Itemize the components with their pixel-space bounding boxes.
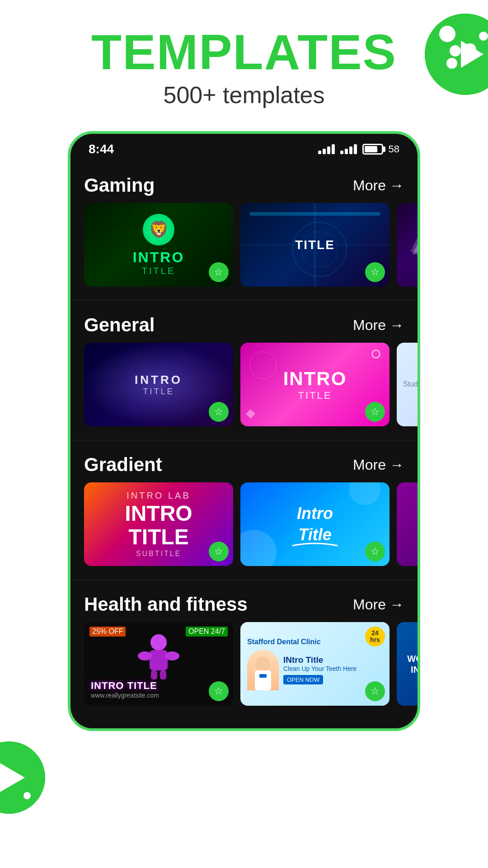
battery-fill [365, 146, 378, 152]
svg-rect-11 [150, 650, 168, 670]
phone-mockup: 8:44 58 Gamin [68, 131, 420, 731]
gaming-more-label: More [353, 177, 386, 194]
gradient-more-button[interactable]: More → [353, 457, 404, 473]
gradient-divider [70, 580, 418, 580]
health-2-subtitle: Clean Up Your Teeth Here [283, 665, 357, 672]
general-section-title: General [84, 314, 155, 336]
gaming-arrow-icon: → [389, 177, 404, 194]
page-title: TEMPLATES [18, 27, 470, 77]
general-2-intro: INTRO [283, 368, 347, 390]
health-1-website: www.reallygreatsite.com [91, 692, 226, 699]
general-template-3-partial[interactable]: Study Zone [397, 343, 418, 426]
gradient-more-label: More [353, 457, 386, 473]
status-right: 58 [318, 143, 399, 155]
gradient-2-star-badge[interactable]: ☆ [365, 542, 385, 561]
health-2-title: INtro Title [283, 655, 357, 665]
svg-rect-17 [255, 670, 271, 690]
general-template-2[interactable]: INTRO TITLE ☆ [240, 343, 389, 426]
health-template-1[interactable]: 25% OFF OPEN 24/7 INTRO TITLE [84, 622, 233, 706]
general-2-title: TITLE [298, 390, 332, 401]
health-section-header: Health and fitness More → [70, 585, 418, 622]
health-2-text-block: INtro Title Clean Up Your Teeth Here OPE… [283, 655, 357, 684]
general-template-1[interactable]: INTRO TITLE ☆ [84, 343, 233, 426]
gradient-template-2[interactable]: Intro Title ☆ [240, 482, 389, 566]
health-1-intro-title: INTRO TITLE [91, 680, 226, 692]
general-2-deco-diamond [246, 409, 255, 419]
svg-rect-15 [160, 670, 166, 679]
general-1-intro: INTRO [135, 373, 183, 387]
gradient-template-1[interactable]: INTRO LAB INTRO TITLE SUBTITLE ☆ [84, 482, 233, 566]
health-section-title: Health and fitness [84, 594, 248, 615]
deco-ball-top-right [425, 14, 488, 95]
gradient-1-lab: INTRO LAB [127, 491, 191, 501]
health-1-bottom-text: INTRO TITLE www.reallygreatsite.com [91, 680, 226, 699]
general-more-label: More [353, 317, 386, 334]
deco-ball-bottom-left [0, 741, 45, 814]
svg-point-13 [165, 651, 179, 660]
gradient-arrow-icon: → [389, 457, 404, 473]
page-subtitle: 500+ templates [18, 81, 470, 108]
signal-bars-1 [318, 144, 335, 154]
svg-marker-9 [410, 234, 418, 252]
gradient-2-deco-circle-1 [240, 530, 277, 566]
gradient-section-title: Gradient [84, 454, 162, 476]
health-template-3-partial[interactable]: WORKIN 30 [397, 622, 418, 706]
svg-rect-14 [151, 670, 157, 679]
health-3-workout-text: WORKIN 30 [407, 653, 418, 675]
general-2-star-badge[interactable]: ☆ [365, 402, 385, 422]
svg-point-22 [23, 792, 31, 799]
gaming-divider [70, 300, 418, 301]
health-1-open: OPEN 24/7 [186, 627, 228, 637]
deco-ball-bottom-left-svg [0, 741, 45, 814]
general-divider [70, 440, 418, 440]
general-3-text: Study Zone [403, 380, 418, 389]
gradient-template-3-partial[interactable] [397, 482, 418, 566]
gaming-template-1[interactable]: 🦁 INTRO TITLE ☆ [84, 203, 233, 287]
general-more-button[interactable]: More → [353, 317, 404, 334]
svg-point-3 [446, 58, 457, 69]
gradient-1-star-badge[interactable]: ☆ [209, 542, 229, 561]
battery-level: 58 [389, 143, 399, 155]
gaming-3-icon [408, 231, 418, 259]
health-2-star-badge[interactable]: ☆ [365, 681, 385, 701]
general-2-deco-circle [371, 349, 380, 359]
gradient-1-subtitle: SUBTITLE [136, 550, 181, 558]
gradient-2-intro: Intro [297, 504, 333, 523]
health-templates-row: 25% OFF OPEN 24/7 INTRO TITLE [70, 622, 418, 715]
svg-point-12 [138, 651, 152, 660]
health-2-open-now: OPEN NOW [283, 675, 323, 684]
general-1-star-badge[interactable]: ☆ [209, 402, 229, 422]
general-section-header: General More → [70, 305, 418, 343]
status-time: 8:44 [89, 142, 114, 156]
gaming-2-star-badge[interactable]: ☆ [365, 262, 385, 282]
gaming-template-3-partial[interactable] [397, 203, 418, 287]
health-1-star-badge[interactable]: ☆ [209, 681, 229, 701]
health-1-figure [136, 631, 181, 676]
health-arrow-icon: → [389, 596, 404, 613]
gradient-templates-row: INTRO LAB INTRO TITLE SUBTITLE ☆ Intro T… [70, 482, 418, 575]
gradient-2-deco-circle-2 [349, 482, 380, 505]
svg-point-1 [439, 26, 455, 42]
health-more-button[interactable]: More → [353, 596, 404, 613]
health-more-label: More [353, 596, 386, 613]
signal-bars-2 [340, 144, 357, 154]
svg-point-4 [479, 32, 488, 41]
gaming-templates-row: 🦁 INTRO TITLE ☆ TITLE ☆ [70, 203, 418, 296]
gaming-1-star-badge[interactable]: ☆ [209, 262, 229, 282]
health-template-2[interactable]: Stafford Dental Clinic INtro Title Clean… [240, 622, 389, 706]
gaming-2-hud-bar [249, 212, 380, 216]
svg-rect-18 [259, 674, 267, 678]
gaming-template-2[interactable]: TITLE ☆ [240, 203, 389, 287]
gaming-section-title: Gaming [84, 175, 155, 196]
gradient-section-header: Gradient More → [70, 445, 418, 482]
general-1-title: TITLE [143, 387, 174, 396]
general-arrow-icon: → [389, 317, 404, 334]
page-header: TEMPLATES 500+ templates [0, 0, 488, 118]
gaming-2-title: TITLE [295, 238, 335, 252]
health-2-badge: 24hrs [365, 627, 385, 646]
gradient-1-intro: INTRO [125, 503, 192, 524]
gaming-more-button[interactable]: More → [353, 177, 404, 194]
gradient-1-title: TITLE [128, 526, 188, 548]
svg-point-10 [150, 634, 167, 651]
health-1-discount: 25% OFF [89, 627, 126, 637]
